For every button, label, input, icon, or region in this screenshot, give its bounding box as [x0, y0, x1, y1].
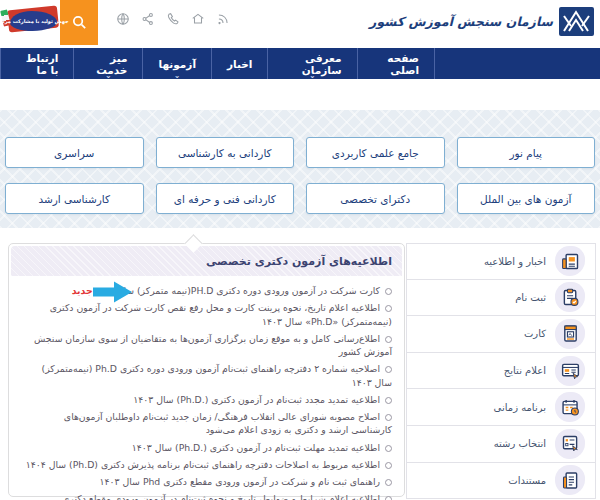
year-slogan-banner: جهش تولید با مشارکت مردم: [2, 4, 59, 38]
exam-types-section: پیام نور جامع علمی کاربردی کاردانی به کا…: [0, 110, 600, 228]
sidebar-item-label: ثبت نام: [515, 292, 546, 303]
announcement-link[interactable]: کارت شرکت در آزمون ورودی دوره دکتری PH.D…: [23, 284, 392, 298]
nav-item-exams[interactable]: آزمونها ⌄: [142, 48, 211, 79]
radio-bullet-icon: [385, 479, 392, 486]
announcement-link[interactable]: اطلاعیه اعلام شرایط و ضوابط، تاریخ و نحو…: [23, 492, 392, 500]
home-icon[interactable]: [191, 12, 205, 26]
nav-item-contact[interactable]: ارتباط با ما: [0, 48, 73, 79]
announcement-link[interactable]: اصلاحیه شماره ۲ دفترچه راهنمای ثبت‌نام آ…: [23, 362, 392, 389]
new-item-arrow-indicator: [93, 281, 133, 303]
sidebar-item-results[interactable]: اعلام نتایج: [406, 353, 596, 390]
radio-bullet-icon: [385, 288, 392, 295]
exam-button-applied-science[interactable]: جامع علمی کاربردی: [306, 137, 445, 168]
exam-button-kardani-to-karshenasi[interactable]: کاردانی به کارشناسی: [156, 137, 295, 168]
slogan-text: جهش تولید با مشارکت مردم: [0, 18, 69, 24]
radio-bullet-icon: [385, 445, 392, 452]
radio-bullet-icon: [385, 336, 392, 343]
announcements-title: اطلاعیه‌های آزمون دکتری تخصصی: [11, 246, 402, 276]
announcements-list: کارت شرکت در آزمون ورودی دوره دکتری PH.D…: [9, 278, 404, 500]
announcement-text: اطلاعیه اعلام تاریخ، نحوه پرینت کارت و م…: [50, 302, 392, 327]
sidebar-item-schedule[interactable]: برنامه زمانی: [406, 389, 596, 426]
sidebar-item-register[interactable]: ثبت نام: [406, 280, 596, 317]
documents-icon: [555, 465, 585, 495]
register-icon: [555, 282, 585, 312]
logo-text: سازمان سنجش آموزش کشور: [369, 14, 553, 29]
exam-button-payame-noor[interactable]: پیام نور: [457, 137, 596, 168]
sidebar-item-documents[interactable]: مستندات: [406, 463, 596, 500]
exam-button-international[interactable]: آزمون های بین الملل: [457, 183, 596, 214]
announcement-link[interactable]: اطلاعیه مربوط به اصلاحات دفترچه راهنمای …: [23, 458, 392, 472]
nav-item-service-desk[interactable]: میز خدمت ⌄: [73, 48, 142, 79]
nav-item-about[interactable]: معرفی سازمان ⌄: [267, 48, 356, 79]
announcement-link[interactable]: اطلاع‌رسانی کامل و به موقع زمان برگزاری …: [23, 332, 392, 359]
chevron-down-icon: ⌄: [174, 73, 181, 78]
new-badge: جدید: [72, 285, 93, 296]
nav-item-home[interactable]: صفحه اصلی: [357, 48, 436, 79]
radio-bullet-icon: [385, 366, 392, 373]
announcement-link[interactable]: اطلاعیه اعلام تاریخ، نحوه پرینت کارت و م…: [23, 301, 392, 328]
card-icon: [555, 319, 585, 349]
announcement-text: اطلاعیه اعلام شرایط و ضوابط، تاریخ و نحو…: [62, 493, 392, 500]
sidebar-item-label: اخبار و اطلاعیه: [484, 256, 546, 267]
radio-bullet-icon: [385, 397, 392, 404]
announcement-text: راهنمای ثبت نام و شرکت در آزمون ورودی مق…: [100, 476, 380, 487]
radio-bullet-icon: [385, 496, 392, 500]
announcement-text: اطلاع‌رسانی کامل و به موقع زمان برگزاری …: [34, 333, 392, 358]
sidebar-item-card[interactable]: کارت: [406, 316, 596, 353]
announcement-text: اطلاعیه تمدید مجدد ثبت‌نام در آزمون دکتر…: [133, 394, 380, 405]
page: سازمان سنجش آموزش کشور: [0, 0, 600, 500]
sidebar-item-label: کارت: [524, 328, 546, 339]
announcement-link[interactable]: اطلاعیه تمدید مجدد ثبت‌نام در آزمون دکتر…: [23, 393, 392, 407]
news-icon: [555, 246, 585, 276]
chevron-down-icon: ⌄: [309, 73, 316, 78]
quick-links-sidebar: اخبار و اطلاعیه ثبت نام: [406, 243, 596, 499]
announcement-text: کارت شرکت در آزمون ورودی دوره دکتری PH.D…: [97, 285, 380, 296]
announcement-link[interactable]: اصلاح مصوبه شورای عالی انقلاب فرهنگی/ زم…: [23, 410, 392, 437]
nav-item-news[interactable]: اخبار: [211, 48, 267, 79]
sidebar-item-label: برنامه زمانی: [494, 402, 546, 413]
sidebar-item-label: اعلام نتایج: [504, 365, 546, 376]
chevron-down-icon: ⌄: [105, 73, 112, 78]
schedule-icon: [555, 392, 585, 422]
banner-blob: جهش تولید با مشارکت مردم: [10, 11, 57, 31]
search-icon: [71, 14, 88, 31]
sidebar-item-label: انتخاب رشته: [494, 438, 546, 449]
announcement-text: اطلاعیه مربوط به اصلاحات دفترچه راهنمای …: [26, 459, 380, 470]
exam-button-sarasari[interactable]: سراسری: [5, 137, 144, 168]
radio-bullet-icon: [385, 414, 392, 421]
sanjesh-logo-icon: [558, 6, 595, 37]
radio-bullet-icon: [385, 305, 392, 312]
header: سازمان سنجش آموزش کشور: [0, 0, 600, 48]
exam-button-masters[interactable]: کارشناسی ارشد: [5, 183, 144, 214]
announcement-text: اصلاح مصوبه شورای عالی انقلاب فرهنگی/ زم…: [64, 411, 392, 436]
site-logo[interactable]: سازمان سنجش آموزش کشور: [369, 6, 595, 37]
results-icon: [555, 356, 585, 386]
exam-row-1: پیام نور جامع علمی کاربردی کاردانی به کا…: [5, 137, 595, 168]
field-select-icon: [555, 429, 585, 459]
main-nav: صفحه اصلی معرفی سازمان ⌄ اخبار آزمونها ⌄…: [0, 48, 600, 79]
sidebar-item-field-select[interactable]: انتخاب رشته: [406, 426, 596, 463]
announcements-panel: اطلاعیه‌های آزمون دکتری تخصصی کارت شرکت …: [8, 243, 405, 497]
sidebar-item-news[interactable]: اخبار و اطلاعیه: [406, 243, 596, 280]
announcement-text: اصلاحیه شماره ۲ دفترچه راهنمای ثبت‌نام آ…: [42, 363, 392, 388]
nav-label: آزمونها: [158, 58, 196, 70]
rss-icon[interactable]: [216, 12, 230, 26]
nav-label: اخبار: [227, 58, 252, 70]
nav-label: ارتباط با ما: [16, 52, 58, 76]
announcement-link[interactable]: راهنمای ثبت نام و شرکت در آزمون ورودی مق…: [23, 475, 392, 489]
exam-button-technical-vocational[interactable]: کاردانی فنی و حرفه ای: [156, 183, 295, 214]
nav-label: صفحه اصلی: [373, 52, 420, 76]
share-icon[interactable]: [141, 12, 155, 26]
exam-button-phd[interactable]: دکترای تخصصی: [306, 183, 445, 214]
phone-icon[interactable]: [166, 12, 180, 26]
sidebar-item-label: مستندات: [508, 475, 546, 486]
announcement-text: اطلاعیه تمدید مهلت ثبت‌نام در آزمون دکتر…: [132, 442, 380, 453]
exam-row-2: آزمون های بین الملل دکترای تخصصی کاردانی…: [5, 183, 595, 214]
radio-bullet-icon: [385, 462, 392, 469]
social-icons: [116, 12, 230, 26]
globe-icon[interactable]: [116, 12, 130, 26]
announcement-link[interactable]: اطلاعیه تمدید مهلت ثبت‌نام در آزمون دکتر…: [23, 441, 392, 455]
